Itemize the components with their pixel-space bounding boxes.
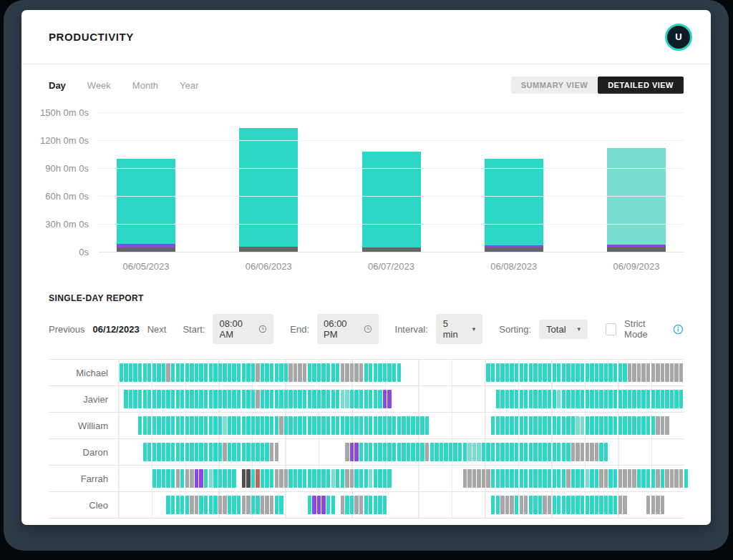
timeline-cell (345, 496, 349, 514)
previous-button[interactable]: Previous (49, 324, 85, 335)
timeline-cell (279, 416, 283, 435)
timeline-cell (571, 443, 575, 461)
timeline-track[interactable] (118, 386, 684, 412)
timeline-cell (608, 416, 612, 435)
chart-bar[interactable] (239, 128, 298, 252)
timeline-cell (218, 416, 222, 435)
timeline-cell (411, 416, 414, 435)
tab-year[interactable]: Year (180, 80, 198, 91)
detailed-view-button[interactable]: DETAILED VIEW (598, 77, 684, 94)
timeline-cell (359, 469, 363, 488)
timeline-cell (176, 363, 180, 382)
timeline-cell (354, 390, 358, 408)
timeline-cell (354, 416, 358, 435)
timeline-cell (303, 363, 306, 382)
timeline-cell (548, 363, 551, 382)
timeline-cell (293, 363, 297, 382)
timeline-cell (223, 416, 226, 435)
timeline-cell (350, 443, 354, 461)
timeline-cell (195, 496, 198, 514)
timeline-track[interactable] (118, 360, 684, 385)
timeline-cell (632, 390, 636, 408)
productivity-dashboard: PRODUCTIVITY U Day Week Month Year SUMMA… (0, 0, 733, 560)
timeline-cell (133, 363, 137, 382)
tab-day[interactable]: Day (49, 80, 66, 91)
timeline-cell (500, 469, 504, 488)
timeline-cell (684, 469, 688, 488)
report-controls: Previous 06/12/2023 Next Start: 08:00 AM… (49, 314, 684, 344)
timeline-cell (590, 390, 593, 408)
timeline-track[interactable] (118, 413, 684, 438)
timeline-cell (185, 496, 189, 514)
timeline-cell (176, 496, 180, 514)
chart-bar[interactable] (362, 152, 421, 252)
timeline-cell (279, 469, 283, 488)
timeline-cell (213, 496, 217, 514)
timeline-cell (124, 390, 127, 408)
timeline-cell (326, 363, 330, 382)
timeline-cell (209, 469, 213, 488)
timeline-cell (138, 390, 142, 408)
timeline-cell (383, 443, 387, 461)
start-time-input[interactable]: 08:00 AM (213, 314, 273, 344)
timeline-cell (510, 416, 513, 435)
timeline-cell (308, 469, 311, 488)
chart-bar[interactable] (607, 148, 666, 252)
strict-mode-checkbox[interactable] (606, 323, 616, 335)
timeline-cell (218, 390, 222, 408)
timeline-cell (374, 443, 377, 461)
timeline-cell (623, 390, 626, 408)
timeline-cell (251, 390, 255, 408)
timeline-cell (180, 363, 184, 382)
chart-bar[interactable] (485, 159, 543, 252)
timeline-cell (336, 390, 339, 408)
timeline-cell (491, 416, 495, 435)
timeline-cell (599, 496, 603, 514)
timeline-cell (586, 443, 589, 461)
timeline-cell (553, 443, 556, 461)
timeline-cell (359, 496, 363, 514)
timeline-cell (411, 443, 414, 461)
info-icon[interactable] (673, 323, 684, 335)
timeline-cell (369, 496, 372, 514)
timeline-cell (321, 469, 325, 488)
timeline-cell (288, 363, 292, 382)
tab-week[interactable]: Week (87, 80, 111, 91)
timeline-cell (369, 390, 372, 408)
timeline-cell (369, 416, 372, 435)
timeline-cell (180, 390, 184, 408)
timeline-cell (261, 416, 264, 435)
timeline-cell (374, 416, 377, 435)
chart-bar[interactable] (117, 159, 175, 252)
tab-month[interactable]: Month (132, 80, 158, 91)
timeline-cell (209, 443, 213, 461)
timeline-track[interactable] (118, 439, 684, 465)
timeline-cell (374, 390, 377, 408)
timeline-cell (557, 390, 560, 408)
timeline-cell (515, 390, 518, 408)
next-button[interactable]: Next (147, 324, 167, 335)
timeline-cell (679, 390, 683, 408)
timeline-track[interactable] (118, 492, 684, 518)
timeline-cell (637, 390, 641, 408)
y-axis-tick: 30h 0m 0s (45, 219, 89, 230)
timeline-cell (246, 363, 250, 382)
timeline-cell (623, 469, 626, 488)
timeline-cell (524, 469, 528, 488)
avatar[interactable]: U (665, 24, 692, 51)
sorting-select[interactable]: Total ▾ (539, 320, 588, 339)
timeline-cell (298, 363, 301, 382)
timeline-cell (251, 469, 255, 488)
timeline-cell (548, 469, 551, 488)
timeline-track[interactable] (118, 466, 684, 491)
start-label: Start: (183, 324, 205, 335)
timeline-cell (190, 363, 193, 382)
timeline-cell (204, 416, 208, 435)
timeline-cell (387, 443, 391, 461)
timeline-cell (604, 496, 608, 514)
summary-view-button[interactable]: SUMMARY VIEW (511, 77, 598, 94)
end-time-input[interactable]: 06:00 PM (317, 314, 378, 344)
timeline-cell (331, 416, 335, 435)
interval-select[interactable]: 5 min ▾ (436, 314, 482, 344)
timeline-cell (383, 496, 387, 514)
